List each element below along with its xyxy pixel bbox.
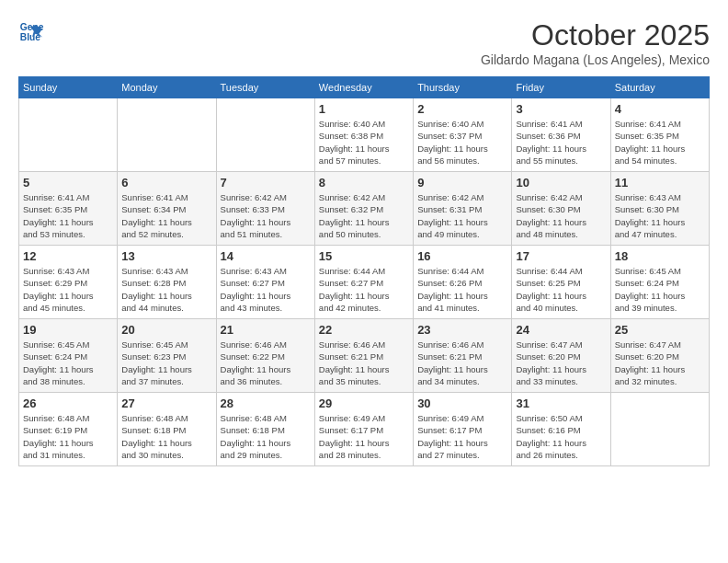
- cell-info: Sunrise: 6:48 AM Sunset: 6:18 PM Dayligh…: [221, 412, 311, 461]
- calendar-table: SundayMondayTuesdayWednesdayThursdayFrid…: [18, 76, 710, 466]
- weekday-header-wednesday: Wednesday: [314, 77, 413, 98]
- cell-info: Sunrise: 6:43 AM Sunset: 6:29 PM Dayligh…: [23, 265, 113, 314]
- calendar-cell: 29Sunrise: 6:49 AM Sunset: 6:17 PM Dayli…: [314, 393, 413, 466]
- weekday-header-saturday: Saturday: [610, 77, 709, 98]
- cell-day-number: 7: [221, 176, 311, 190]
- cell-info: Sunrise: 6:50 AM Sunset: 6:16 PM Dayligh…: [516, 412, 606, 461]
- cell-info: Sunrise: 6:41 AM Sunset: 6:34 PM Dayligh…: [121, 191, 211, 240]
- calendar-cell: 1Sunrise: 6:40 AM Sunset: 6:38 PM Daylig…: [314, 98, 413, 172]
- cell-info: Sunrise: 6:44 AM Sunset: 6:25 PM Dayligh…: [516, 265, 606, 314]
- calendar-cell: 19Sunrise: 6:45 AM Sunset: 6:24 PM Dayli…: [19, 319, 118, 393]
- calendar-cell: 13Sunrise: 6:43 AM Sunset: 6:28 PM Dayli…: [118, 246, 216, 319]
- cell-day-number: 5: [23, 176, 113, 190]
- weekday-header-tuesday: Tuesday: [216, 77, 314, 98]
- cell-day-number: 25: [615, 323, 705, 337]
- cell-day-number: 1: [319, 102, 409, 116]
- cell-info: Sunrise: 6:46 AM Sunset: 6:21 PM Dayligh…: [319, 339, 409, 387]
- cell-info: Sunrise: 6:41 AM Sunset: 6:35 PM Dayligh…: [615, 118, 705, 167]
- title-block: October 2025 Gildardo Magana (Los Angele…: [481, 18, 710, 67]
- cell-day-number: 22: [319, 323, 409, 337]
- cell-day-number: 19: [23, 323, 113, 337]
- cell-day-number: 24: [516, 323, 606, 337]
- calendar-cell: 5Sunrise: 6:41 AM Sunset: 6:35 PM Daylig…: [19, 172, 118, 246]
- cell-day-number: 29: [319, 396, 409, 410]
- cell-info: Sunrise: 6:45 AM Sunset: 6:24 PM Dayligh…: [615, 265, 705, 314]
- cell-day-number: 3: [516, 102, 606, 116]
- cell-info: Sunrise: 6:41 AM Sunset: 6:36 PM Dayligh…: [516, 118, 606, 167]
- cell-info: Sunrise: 6:43 AM Sunset: 6:27 PM Dayligh…: [221, 265, 311, 314]
- weekday-header-sunday: Sunday: [19, 77, 118, 98]
- cell-info: Sunrise: 6:41 AM Sunset: 6:35 PM Dayligh…: [23, 191, 113, 240]
- cell-day-number: 30: [417, 396, 507, 410]
- weekday-header-monday: Monday: [118, 77, 216, 98]
- cell-day-number: 6: [121, 176, 211, 190]
- cell-day-number: 4: [615, 102, 705, 116]
- page-header: General Blue October 2025 Gildardo Magan…: [18, 18, 710, 67]
- calendar-cell: 28Sunrise: 6:48 AM Sunset: 6:18 PM Dayli…: [216, 393, 314, 466]
- calendar-cell: 9Sunrise: 6:42 AM Sunset: 6:31 PM Daylig…: [414, 172, 512, 246]
- calendar-cell: 26Sunrise: 6:48 AM Sunset: 6:19 PM Dayli…: [19, 393, 118, 466]
- calendar-cell: 18Sunrise: 6:45 AM Sunset: 6:24 PM Dayli…: [610, 246, 709, 319]
- calendar-cell: 12Sunrise: 6:43 AM Sunset: 6:29 PM Dayli…: [19, 246, 118, 319]
- calendar-cell: [216, 98, 314, 172]
- calendar-cell: 23Sunrise: 6:46 AM Sunset: 6:21 PM Dayli…: [414, 319, 512, 393]
- calendar-cell: [118, 98, 216, 172]
- cell-info: Sunrise: 6:43 AM Sunset: 6:30 PM Dayligh…: [615, 191, 705, 240]
- cell-info: Sunrise: 6:48 AM Sunset: 6:19 PM Dayligh…: [23, 412, 113, 461]
- calendar-week-row: 1Sunrise: 6:40 AM Sunset: 6:38 PM Daylig…: [19, 98, 710, 172]
- cell-info: Sunrise: 6:45 AM Sunset: 6:23 PM Dayligh…: [121, 339, 211, 387]
- logo-icon: General Blue: [18, 18, 44, 44]
- cell-day-number: 9: [417, 176, 507, 190]
- calendar-cell: 15Sunrise: 6:44 AM Sunset: 6:27 PM Dayli…: [314, 246, 413, 319]
- calendar-subtitle: Gildardo Magana (Los Angeles), Mexico: [481, 52, 710, 67]
- calendar-week-row: 19Sunrise: 6:45 AM Sunset: 6:24 PM Dayli…: [19, 319, 710, 393]
- calendar-cell: 10Sunrise: 6:42 AM Sunset: 6:30 PM Dayli…: [512, 172, 610, 246]
- calendar-cell: 7Sunrise: 6:42 AM Sunset: 6:33 PM Daylig…: [216, 172, 314, 246]
- calendar-cell: 30Sunrise: 6:49 AM Sunset: 6:17 PM Dayli…: [414, 393, 512, 466]
- cell-info: Sunrise: 6:48 AM Sunset: 6:18 PM Dayligh…: [121, 412, 211, 461]
- cell-day-number: 27: [121, 396, 211, 410]
- cell-day-number: 18: [615, 249, 705, 263]
- cell-day-number: 26: [23, 396, 113, 410]
- cell-info: Sunrise: 6:45 AM Sunset: 6:24 PM Dayligh…: [23, 339, 113, 387]
- cell-info: Sunrise: 6:40 AM Sunset: 6:37 PM Dayligh…: [417, 118, 507, 167]
- calendar-cell: 4Sunrise: 6:41 AM Sunset: 6:35 PM Daylig…: [610, 98, 709, 172]
- cell-info: Sunrise: 6:43 AM Sunset: 6:28 PM Dayligh…: [121, 265, 211, 314]
- cell-day-number: 12: [23, 249, 113, 263]
- cell-info: Sunrise: 6:47 AM Sunset: 6:20 PM Dayligh…: [615, 339, 705, 387]
- calendar-cell: 14Sunrise: 6:43 AM Sunset: 6:27 PM Dayli…: [216, 246, 314, 319]
- calendar-week-row: 26Sunrise: 6:48 AM Sunset: 6:19 PM Dayli…: [19, 393, 710, 466]
- cell-info: Sunrise: 6:42 AM Sunset: 6:32 PM Dayligh…: [319, 191, 409, 240]
- calendar-cell: 31Sunrise: 6:50 AM Sunset: 6:16 PM Dayli…: [512, 393, 610, 466]
- calendar-cell: 25Sunrise: 6:47 AM Sunset: 6:20 PM Dayli…: [610, 319, 709, 393]
- weekday-header-thursday: Thursday: [414, 77, 512, 98]
- calendar-cell: 20Sunrise: 6:45 AM Sunset: 6:23 PM Dayli…: [118, 319, 216, 393]
- calendar-cell: 3Sunrise: 6:41 AM Sunset: 6:36 PM Daylig…: [512, 98, 610, 172]
- calendar-cell: 16Sunrise: 6:44 AM Sunset: 6:26 PM Dayli…: [414, 246, 512, 319]
- cell-info: Sunrise: 6:46 AM Sunset: 6:22 PM Dayligh…: [221, 339, 311, 387]
- calendar-week-row: 5Sunrise: 6:41 AM Sunset: 6:35 PM Daylig…: [19, 172, 710, 246]
- calendar-cell: 6Sunrise: 6:41 AM Sunset: 6:34 PM Daylig…: [118, 172, 216, 246]
- calendar-cell: [610, 393, 709, 466]
- calendar-cell: 17Sunrise: 6:44 AM Sunset: 6:25 PM Dayli…: [512, 246, 610, 319]
- cell-info: Sunrise: 6:44 AM Sunset: 6:27 PM Dayligh…: [319, 265, 409, 314]
- calendar-cell: 11Sunrise: 6:43 AM Sunset: 6:30 PM Dayli…: [610, 172, 709, 246]
- logo: General Blue: [18, 18, 44, 44]
- cell-day-number: 10: [516, 176, 606, 190]
- cell-info: Sunrise: 6:42 AM Sunset: 6:31 PM Dayligh…: [417, 191, 507, 240]
- weekday-header-friday: Friday: [512, 77, 610, 98]
- calendar-cell: 22Sunrise: 6:46 AM Sunset: 6:21 PM Dayli…: [314, 319, 413, 393]
- cell-info: Sunrise: 6:42 AM Sunset: 6:30 PM Dayligh…: [516, 191, 606, 240]
- cell-day-number: 13: [121, 249, 211, 263]
- cell-day-number: 20: [121, 323, 211, 337]
- cell-info: Sunrise: 6:44 AM Sunset: 6:26 PM Dayligh…: [417, 265, 507, 314]
- cell-day-number: 8: [319, 176, 409, 190]
- cell-info: Sunrise: 6:49 AM Sunset: 6:17 PM Dayligh…: [417, 412, 507, 461]
- cell-info: Sunrise: 6:40 AM Sunset: 6:38 PM Dayligh…: [319, 118, 409, 167]
- cell-day-number: 11: [615, 176, 705, 190]
- cell-day-number: 28: [221, 396, 311, 410]
- cell-day-number: 2: [417, 102, 507, 116]
- calendar-cell: 8Sunrise: 6:42 AM Sunset: 6:32 PM Daylig…: [314, 172, 413, 246]
- cell-day-number: 21: [221, 323, 311, 337]
- calendar-week-row: 12Sunrise: 6:43 AM Sunset: 6:29 PM Dayli…: [19, 246, 710, 319]
